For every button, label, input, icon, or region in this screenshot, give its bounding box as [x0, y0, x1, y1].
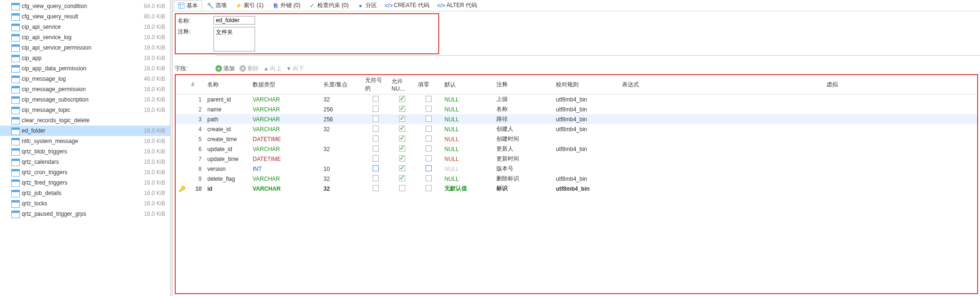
- comment-textarea[interactable]: [213, 27, 255, 51]
- sidebar-item-cip_message_permission[interactable]: cip_message_permission16.0 KiB: [0, 84, 170, 94]
- col-datatype[interactable]: VARCHAR: [250, 124, 321, 134]
- col-name[interactable]: path: [205, 114, 250, 124]
- col-zerofill[interactable]: [415, 104, 442, 114]
- col-virtual[interactable]: [824, 124, 977, 134]
- col-virtual[interactable]: [824, 164, 977, 174]
- checkbox[interactable]: [373, 175, 379, 181]
- th-unsigned[interactable]: 无符号的: [362, 75, 389, 94]
- name-input[interactable]: [213, 16, 255, 25]
- sidebar-item-qrtz_job_details[interactable]: qrtz_job_details16.0 KiB: [0, 188, 170, 198]
- col-comment[interactable]: 更新时间: [494, 154, 553, 164]
- column-row[interactable]: 3pathVARCHAR256NULL路径utf8mb4_bin: [176, 114, 977, 124]
- col-comment[interactable]: 更新人: [494, 144, 553, 154]
- remove-field-button[interactable]: × 删除: [239, 65, 259, 73]
- col-default[interactable]: NULL: [442, 134, 494, 144]
- col-default[interactable]: NULL: [442, 174, 494, 184]
- col-length[interactable]: [321, 154, 362, 164]
- col-name[interactable]: create_id: [205, 124, 250, 134]
- col-datatype[interactable]: VARCHAR: [250, 94, 321, 105]
- th-name[interactable]: 名称: [205, 75, 250, 94]
- sidebar-item-cip_app_data_permission[interactable]: cip_app_data_permission16.0 KiB: [0, 63, 170, 74]
- col-collation[interactable]: utf8mb4_bin: [553, 174, 619, 184]
- col-allownull[interactable]: [389, 104, 415, 114]
- col-expression[interactable]: [619, 104, 824, 114]
- col-zerofill[interactable]: [415, 154, 442, 164]
- col-length[interactable]: 32: [321, 174, 362, 184]
- sidebar-item-cip_api_service[interactable]: cip_api_service16.0 KiB: [0, 22, 170, 32]
- col-unsigned[interactable]: [362, 134, 389, 144]
- col-length[interactable]: 32: [321, 124, 362, 134]
- th-collation[interactable]: 校对规则: [553, 75, 619, 94]
- col-name[interactable]: update_time: [205, 154, 250, 164]
- col-comment[interactable]: 版本号: [494, 164, 553, 174]
- checkbox[interactable]: [426, 155, 432, 161]
- col-expression[interactable]: [619, 144, 824, 154]
- col-datatype[interactable]: DATETIME: [250, 134, 321, 144]
- column-row[interactable]: 🔑10idVARCHAR32无默认值标识utf8mb4_bin: [176, 184, 977, 194]
- th-num[interactable]: #: [188, 75, 205, 94]
- column-row[interactable]: 2nameVARCHAR256NULL名称utf8mb4_bin: [176, 104, 977, 114]
- col-collation[interactable]: utf8mb4_bin: [553, 124, 619, 134]
- th-datatype[interactable]: 数据类型: [250, 75, 321, 94]
- col-length[interactable]: [321, 134, 362, 144]
- col-name[interactable]: create_time: [205, 134, 250, 144]
- th-zerofill[interactable]: 填零: [415, 75, 442, 94]
- checkbox[interactable]: [426, 116, 432, 122]
- col-unsigned[interactable]: [362, 144, 389, 154]
- col-expression[interactable]: [619, 94, 824, 105]
- sidebar-item-qrtz_fired_triggers[interactable]: qrtz_fired_triggers16.0 KiB: [0, 178, 170, 188]
- sidebar-item-qrtz_cron_triggers[interactable]: qrtz_cron_triggers16.0 KiB: [0, 167, 170, 178]
- checkbox[interactable]: [373, 96, 379, 102]
- col-allownull[interactable]: [389, 134, 415, 144]
- checkbox[interactable]: [426, 165, 432, 171]
- checkbox[interactable]: [426, 126, 432, 132]
- col-allownull[interactable]: [389, 144, 415, 154]
- col-collation[interactable]: utf8mb4_bin: [553, 94, 619, 105]
- col-comment[interactable]: 上级: [494, 94, 553, 105]
- column-row[interactable]: 1parent_idVARCHAR32NULL上级utf8mb4_bin: [176, 94, 977, 105]
- col-unsigned[interactable]: [362, 114, 389, 124]
- th-virtual[interactable]: 虚拟: [824, 75, 977, 94]
- col-unsigned[interactable]: [362, 94, 389, 105]
- checkbox[interactable]: [373, 165, 379, 171]
- col-unsigned[interactable]: [362, 104, 389, 114]
- col-default[interactable]: NULL: [442, 114, 494, 124]
- checkbox[interactable]: [426, 185, 432, 191]
- col-virtual[interactable]: [824, 184, 977, 194]
- table-list-sidebar[interactable]: cfg_view_query_condition64.0 KiBcfg_view…: [0, 0, 170, 296]
- col-expression[interactable]: [619, 174, 824, 184]
- checkbox[interactable]: [373, 116, 379, 122]
- col-zerofill[interactable]: [415, 184, 442, 194]
- sidebar-item-qrtz_locks[interactable]: qrtz_locks16.0 KiB: [0, 198, 170, 209]
- sidebar-item-clear_records_logic_delete[interactable]: clear_records_logic_delete: [0, 115, 170, 126]
- col-datatype[interactable]: VARCHAR: [250, 114, 321, 124]
- col-zerofill[interactable]: [415, 134, 442, 144]
- col-default[interactable]: NULL: [442, 164, 494, 174]
- col-zerofill[interactable]: [415, 94, 442, 105]
- sidebar-item-qrtz_blob_triggers[interactable]: qrtz_blob_triggers16.0 KiB: [0, 146, 170, 157]
- column-row[interactable]: 9delete_flagVARCHAR32NULL删除标识utf8mb4_bin: [176, 174, 977, 184]
- sidebar-item-cfg_view_query_result[interactable]: cfg_view_query_result80.0 KiB: [0, 11, 170, 22]
- col-virtual[interactable]: [824, 154, 977, 164]
- th-comment[interactable]: 注释: [494, 75, 553, 94]
- col-allownull[interactable]: [389, 154, 415, 164]
- col-datatype[interactable]: VARCHAR: [250, 184, 321, 194]
- col-allownull[interactable]: [389, 184, 415, 194]
- checkbox[interactable]: [426, 145, 432, 152]
- checkbox[interactable]: [399, 135, 405, 142]
- col-datatype[interactable]: VARCHAR: [250, 104, 321, 114]
- sidebar-item-qrtz_paused_trigger_grps[interactable]: qrtz_paused_trigger_grps16.0 KiB: [0, 209, 170, 219]
- checkbox[interactable]: [373, 106, 379, 112]
- tab-外键 (0)[interactable]: ⎘外键 (0): [268, 0, 304, 11]
- col-default[interactable]: 无默认值: [442, 184, 494, 194]
- tab-选项[interactable]: 🔧选项: [203, 0, 230, 11]
- col-default[interactable]: NULL: [442, 124, 494, 134]
- col-name[interactable]: delete_flag: [205, 174, 250, 184]
- checkbox[interactable]: [399, 96, 405, 102]
- col-datatype[interactable]: VARCHAR: [250, 144, 321, 154]
- add-field-button[interactable]: + 添加: [215, 65, 235, 73]
- sidebar-item-ed_folder[interactable]: ed_folder16.0 KiB: [0, 126, 170, 136]
- col-datatype[interactable]: DATETIME: [250, 154, 321, 164]
- sidebar-item-cip_api_service_log[interactable]: cip_api_service_log16.0 KiB: [0, 32, 170, 42]
- col-expression[interactable]: [619, 164, 824, 174]
